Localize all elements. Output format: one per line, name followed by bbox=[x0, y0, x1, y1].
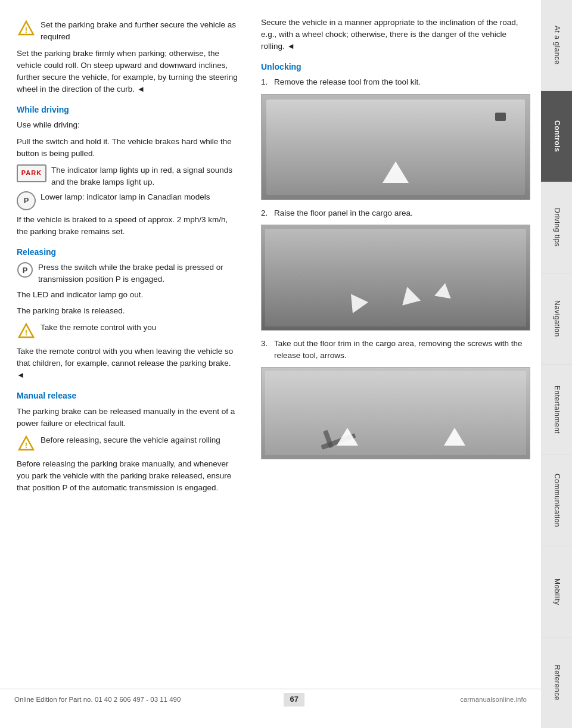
while-driving-pull-text: Pull the switch and hold it. The vehicle… bbox=[17, 136, 238, 160]
sidebar-item-label: Entertainment bbox=[551, 385, 561, 434]
before-releasing-warning-text: Before releasing, secure the vehicle aga… bbox=[41, 434, 220, 446]
arrow-up-left-icon bbox=[337, 428, 358, 446]
footer-text: Online Edition for Part no. 01 40 2 606 … bbox=[14, 695, 181, 705]
sidebar-item-label: Mobility bbox=[551, 578, 561, 605]
trunk-image-1 bbox=[261, 94, 530, 200]
trunk-image-2 bbox=[261, 225, 530, 331]
parking-brake-body-text: Set the parking brake firmly when parkin… bbox=[17, 48, 238, 95]
sidebar-item-label: At a glance bbox=[551, 26, 561, 65]
sidebar-item-label: Reference bbox=[551, 665, 561, 701]
step-1-number: 1. bbox=[261, 76, 274, 88]
svg-text:P: P bbox=[23, 266, 28, 275]
page-number: 67 bbox=[284, 693, 304, 707]
step-3-text: Take out the floor trim in the cargo are… bbox=[274, 338, 530, 361]
while-driving-use-text: Use while driving: bbox=[17, 119, 238, 131]
secure-vehicle-text: Secure the vehicle in a manner appropria… bbox=[261, 17, 530, 52]
sidebar-item-mobility[interactable]: Mobility bbox=[541, 546, 572, 637]
while-driving-heading: While driving bbox=[17, 104, 238, 116]
park-indicator-text: The indicator lamp lights up in red, a s… bbox=[51, 164, 238, 188]
step-2: 2. Raise the floor panel in the cargo ar… bbox=[261, 207, 530, 219]
right-column: Secure the vehicle in a manner appropria… bbox=[250, 11, 541, 689]
before-releasing-body-text: Before releasing the parking brake manua… bbox=[17, 458, 238, 494]
step-2-text: Raise the floor panel in the cargo area. bbox=[274, 207, 413, 219]
footer-right-placeholder: carmanualsonline.info bbox=[408, 695, 527, 705]
sidebar-item-entertainment[interactable]: Entertainment bbox=[541, 365, 572, 456]
if-braked-text: If the vehicle is braked to a speed of a… bbox=[17, 214, 238, 238]
brake-released-text: The parking brake is released. bbox=[17, 305, 238, 317]
warning-triangle-icon: ! bbox=[17, 19, 36, 38]
sidebar-item-label: Driving tips bbox=[551, 208, 561, 247]
releasing-heading: Releasing bbox=[17, 246, 238, 258]
circle-p-small-icon: P bbox=[17, 262, 33, 278]
parking-brake-warning-text: Set the parking brake and further secure… bbox=[41, 19, 238, 43]
releasing-warning-box: P Press the switch while the brake pedal… bbox=[17, 262, 238, 285]
arrow-up-right-icon bbox=[444, 428, 465, 446]
before-releasing-warning-box: ! Before releasing, secure the vehicle a… bbox=[17, 434, 238, 453]
circle-p-badge: P bbox=[17, 191, 36, 210]
parking-brake-warning-box: ! Set the parking brake and further secu… bbox=[17, 19, 238, 43]
circle-p-indicator-box: P Lower lamp: indicator lamp in Canadian… bbox=[17, 191, 238, 210]
step-1-text: Remove the release tool from the tool ki… bbox=[274, 76, 421, 88]
take-remote-warning-text: Take the remote control with you bbox=[41, 322, 156, 334]
unlocking-heading: Unlocking bbox=[261, 61, 530, 73]
sidebar-navigation: At a glance Controls Driving tips Naviga… bbox=[541, 0, 572, 728]
releasing-text: Press the switch while the brake pedal i… bbox=[38, 262, 238, 285]
sidebar-item-reference[interactable]: Reference bbox=[541, 637, 572, 728]
sidebar-item-label: Navigation bbox=[551, 300, 561, 337]
park-indicator-box: PARK The indicator lamp lights up in red… bbox=[17, 164, 238, 188]
svg-text:!: ! bbox=[25, 26, 27, 35]
step-1: 1. Remove the release tool from the tool… bbox=[261, 76, 530, 88]
sidebar-item-communication[interactable]: Communication bbox=[541, 455, 572, 546]
sidebar-item-controls[interactable]: Controls bbox=[541, 91, 572, 182]
led-text: The LED and indicator lamp go out. bbox=[17, 289, 238, 301]
manual-release-heading: Manual release bbox=[17, 390, 238, 402]
lower-lamp-text: Lower lamp: indicator lamp in Canadian m… bbox=[41, 191, 210, 203]
manual-release-text: The parking brake can be released manual… bbox=[17, 406, 238, 430]
step-3: 3. Take out the floor trim in the cargo … bbox=[261, 338, 530, 361]
sidebar-item-navigation[interactable]: Navigation bbox=[541, 273, 572, 365]
sidebar-item-label: Communication bbox=[551, 474, 561, 527]
circle-p-label: P bbox=[24, 195, 29, 207]
arrow-up-icon-1 bbox=[383, 161, 409, 183]
svg-text:!: ! bbox=[25, 441, 27, 450]
take-remote-body-text: Take the remote control with you when le… bbox=[17, 346, 238, 381]
svg-text:!: ! bbox=[25, 328, 27, 337]
sidebar-item-label: Controls bbox=[551, 120, 561, 152]
step-2-number: 2. bbox=[261, 207, 274, 219]
warning-triangle-icon-2: ! bbox=[17, 322, 36, 341]
park-badge: PARK bbox=[17, 164, 46, 182]
take-remote-warning-box: ! Take the remote control with you bbox=[17, 322, 238, 341]
step-3-number: 3. bbox=[261, 338, 274, 350]
sidebar-item-driving-tips[interactable]: Driving tips bbox=[541, 182, 572, 273]
warning-triangle-icon-3: ! bbox=[17, 434, 36, 453]
trunk-image-3 bbox=[261, 367, 530, 459]
footer: Online Edition for Part no. 01 40 2 606 … bbox=[0, 689, 541, 710]
sidebar-item-at-a-glance[interactable]: At a glance bbox=[541, 0, 572, 91]
left-column: ! Set the parking brake and further secu… bbox=[0, 11, 250, 689]
